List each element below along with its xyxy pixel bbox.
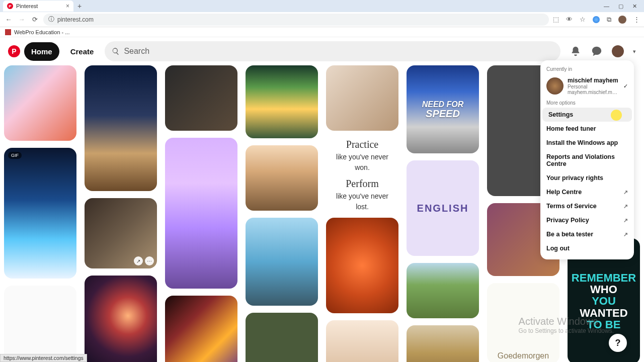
install-app-icon[interactable]: ⬚ (553, 16, 559, 23)
menu-item-privacy-policy[interactable]: Privacy Policy↗ (540, 213, 634, 227)
pinterest-favicon: P (7, 3, 13, 9)
external-link-icon: ↗ (623, 203, 628, 210)
menu-item-help-centre[interactable]: Help Centre↗ (540, 185, 634, 199)
menu-item-label: Settings (548, 111, 573, 118)
pin[interactable]: Practicelike you've never won. Performli… (326, 138, 398, 211)
account-email: mayhem.mischief.mm@g... (568, 89, 619, 95)
pin[interactable]: GIF (4, 148, 76, 279)
browser-chrome: P Pinterest × + — ▢ ✕ ← → ⟳ ⓘ pinterest.… (0, 0, 644, 38)
nav-create[interactable]: Create (63, 42, 101, 61)
menu-item-label: Log out (546, 245, 570, 252)
menu-item-your-privacy-rights[interactable]: Your privacy rights (540, 171, 634, 185)
pin-controls: ↗⋯ (134, 256, 154, 265)
share-icon[interactable]: ↗ (134, 256, 143, 265)
menu-item-label: Install the Windows app (546, 139, 618, 146)
status-bar: https://www.pinterest.com/settings (0, 354, 87, 362)
pin[interactable]: ↗⋯ (85, 198, 157, 268)
extension-icon[interactable] (593, 16, 600, 23)
pin[interactable] (326, 320, 398, 362)
window-controls: — ▢ ✕ (604, 3, 641, 10)
external-link-icon: ↗ (623, 189, 628, 196)
account-menu-toggle[interactable]: ▾ (633, 48, 636, 55)
pin[interactable] (85, 65, 157, 191)
pinterest-logo[interactable]: P (8, 45, 20, 57)
account-type: Personal (568, 84, 619, 89)
notifications-icon[interactable] (570, 45, 582, 57)
pin[interactable] (165, 138, 237, 289)
pin[interactable] (85, 276, 157, 362)
menu-item-install-the-windows-app[interactable]: Install the Windows app (540, 136, 634, 150)
close-tab-icon[interactable]: × (66, 3, 69, 10)
account-dropdown: Currently in mischief mayhem Personal ma… (540, 60, 634, 259)
address-bar-actions: ⬚ 👁 ☆ ⧉ ⋮ (553, 16, 640, 24)
dropdown-section-more-options: More options (540, 98, 634, 108)
url-input[interactable]: ⓘ pinterest.com (43, 14, 549, 26)
search-placeholder: Search (124, 47, 149, 56)
nav-home[interactable]: Home (24, 42, 59, 61)
pin[interactable] (246, 145, 318, 211)
pin[interactable] (407, 263, 479, 318)
pin[interactable] (4, 65, 76, 141)
profile-chip[interactable] (618, 16, 626, 24)
bookmark-star-icon[interactable]: ☆ (580, 16, 586, 23)
messages-icon[interactable] (591, 45, 603, 57)
external-link-icon: ↗ (623, 217, 628, 224)
close-window-icon[interactable]: ✕ (632, 3, 637, 10)
menu-item-log-out[interactable]: Log out (540, 241, 634, 255)
bookmarks-bar: WebPro Education - ... (0, 27, 644, 37)
new-tab-button[interactable]: + (75, 2, 84, 10)
pin[interactable] (246, 218, 318, 306)
menu-item-label: Reports and Violations Centre (546, 153, 628, 167)
pin[interactable] (246, 65, 318, 138)
bookmark-favicon (5, 29, 11, 35)
forward-button[interactable]: → (17, 15, 26, 24)
nfs-text: NEED FOR SPEED (422, 101, 464, 119)
menu-item-label: Privacy Policy (546, 217, 589, 224)
pin[interactable] (246, 313, 318, 362)
cursor-highlight (611, 110, 622, 121)
pin[interactable]: Goedemorgen (487, 283, 559, 362)
quote-text: Practicelike you've never won. Performli… (329, 138, 395, 211)
maximize-icon[interactable]: ▢ (618, 3, 623, 10)
cat-caption: Goedemorgen (498, 351, 549, 360)
menu-item-label: Home feed tuner (546, 125, 596, 132)
reload-button[interactable]: ⟳ (30, 15, 39, 24)
menu-item-be-a-beta-tester[interactable]: Be a beta tester↗ (540, 227, 634, 241)
pin[interactable]: ENGLISH (407, 160, 479, 256)
account-row[interactable]: mischief mayhem Personal mayhem.mischief… (540, 74, 634, 98)
menu-item-label: Terms of Service (546, 203, 597, 210)
profile-avatar[interactable] (612, 45, 624, 57)
english-label: ENGLISH (417, 203, 469, 214)
more-icon[interactable]: ⋯ (145, 256, 154, 265)
back-button[interactable]: ← (4, 15, 13, 24)
help-button[interactable]: ? (609, 334, 627, 352)
menu-item-settings[interactable]: Settings (542, 108, 632, 122)
browser-tab[interactable]: P Pinterest × (3, 1, 73, 12)
search-input[interactable]: Search (105, 41, 560, 61)
menu-item-home-feed-tuner[interactable]: Home feed tuner (540, 122, 634, 136)
pin[interactable]: NEED FOR SPEED (407, 65, 479, 153)
check-icon: ✓ (623, 83, 628, 89)
menu-item-reports-and-violations-centre[interactable]: Reports and Violations Centre (540, 150, 634, 171)
pin[interactable] (165, 65, 237, 131)
pin[interactable] (326, 65, 398, 131)
kebab-menu-icon[interactable]: ⋮ (633, 16, 640, 23)
account-name: mischief mayhem (568, 77, 619, 84)
eye-off-icon[interactable]: 👁 (566, 16, 573, 23)
search-icon (112, 47, 120, 55)
menu-item-label: Your privacy rights (546, 174, 603, 182)
account-avatar (546, 77, 564, 95)
menu-item-terms-of-service[interactable]: Terms of Service↗ (540, 199, 634, 213)
bookmark-item[interactable]: WebPro Education - ... (14, 29, 69, 35)
site-info-icon[interactable]: ⓘ (48, 15, 54, 24)
pin[interactable] (165, 296, 237, 362)
pin[interactable] (407, 325, 479, 362)
tabs-bar: P Pinterest × + — ▢ ✕ (0, 0, 644, 12)
pin[interactable] (326, 218, 398, 313)
extensions-icon[interactable]: ⧉ (607, 16, 611, 24)
address-bar: ← → ⟳ ⓘ pinterest.com ⬚ 👁 ☆ ⧉ ⋮ (0, 12, 644, 27)
minimize-icon[interactable]: — (604, 3, 609, 10)
pin[interactable] (4, 286, 76, 362)
menu-item-label: Help Centre (546, 189, 582, 196)
dropdown-section-currently-in: Currently in (540, 64, 634, 74)
